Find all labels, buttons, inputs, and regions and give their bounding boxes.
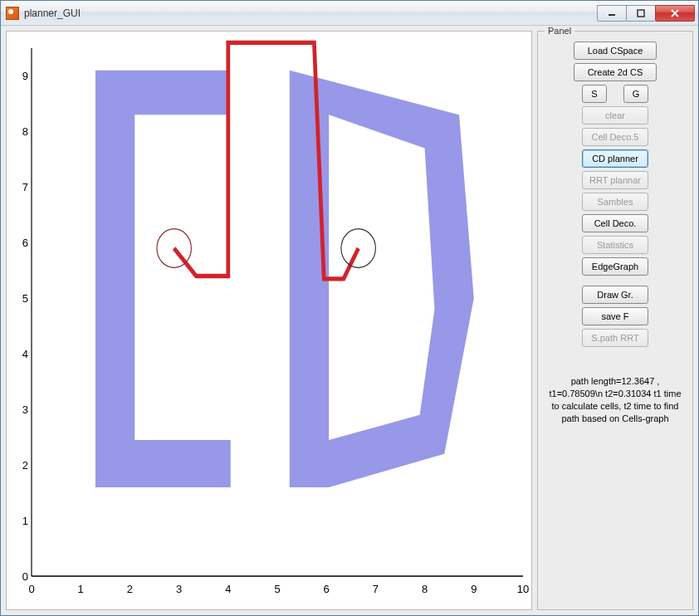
start-marker [157, 229, 191, 268]
y-tick-label: 5 [12, 292, 28, 305]
y-tick-label: 9 [12, 70, 28, 82]
goal-marker [341, 229, 375, 268]
x-tick-label: 10 [517, 583, 529, 595]
y-axis-ticks: 0123456789 [12, 48, 28, 576]
side-panel: Panel Load CSpace Create 2d CS S G clear… [537, 31, 693, 610]
x-tick-label: 5 [274, 583, 280, 595]
close-icon [671, 9, 679, 17]
y-tick-label: 8 [12, 125, 28, 138]
svg-rect-1 [638, 10, 644, 17]
panel-label: Panel [545, 26, 574, 36]
status-text: path length=12.3647 , t1=0.78509\n t2=0.… [545, 375, 686, 424]
maximize-button[interactable] [626, 5, 656, 22]
cell-deco5-button[interactable]: Cell Deco.5 [582, 128, 648, 146]
edgegraph-button[interactable]: EdgeGraph [582, 257, 648, 276]
y-tick-label: 0 [12, 570, 28, 583]
y-tick-label: 6 [12, 237, 28, 249]
obstacle-left [95, 71, 231, 487]
x-axis-ticks: 012345678910 [32, 583, 523, 599]
client-area: 0123456789 012345678910 Panel Load CSpac… [1, 26, 698, 615]
g-button[interactable]: G [623, 85, 648, 103]
s-button[interactable]: S [582, 85, 607, 103]
plot-area: 0123456789 012345678910 [6, 31, 532, 610]
window-title: planner_GUI [24, 7, 81, 19]
y-tick-label: 7 [12, 181, 28, 193]
x-tick-label: 7 [373, 583, 379, 595]
x-tick-label: 4 [225, 583, 231, 595]
plot-svg [32, 48, 523, 576]
cell-deco-button[interactable]: Cell Deco. [582, 214, 648, 232]
x-tick-label: 3 [176, 583, 182, 595]
minimize-icon [608, 9, 616, 17]
save-f-button[interactable]: save F [582, 307, 648, 325]
x-tick-label: 9 [471, 583, 477, 595]
y-tick-label: 4 [12, 348, 28, 360]
create-2d-cs-button[interactable]: Create 2d CS [574, 63, 657, 81]
sambles-button[interactable]: Sambles [582, 193, 648, 211]
x-tick-label: 0 [28, 583, 34, 595]
maximize-icon [637, 9, 645, 17]
x-tick-label: 6 [324, 583, 330, 595]
spath-rrt-button[interactable]: S.path RRT [582, 329, 648, 347]
y-tick-label: 2 [12, 459, 28, 472]
cd-planner-button[interactable]: CD planner [582, 149, 648, 168]
close-button[interactable] [655, 5, 695, 22]
x-tick-label: 8 [422, 583, 428, 595]
clear-button[interactable]: clear [582, 106, 648, 125]
sg-row: S G [545, 85, 686, 103]
rrt-plannar-button[interactable]: RRT plannar [582, 171, 648, 189]
window-buttons [598, 5, 695, 22]
app-window: planner_GUI [0, 0, 699, 616]
load-cspace-button[interactable]: Load CSpace [574, 42, 657, 60]
draw-gr-button[interactable]: Draw Gr. [582, 286, 648, 304]
y-tick-label: 3 [12, 403, 28, 416]
statistics-button[interactable]: Statistics [582, 236, 648, 254]
titlebar[interactable]: planner_GUI [1, 1, 698, 26]
x-tick-label: 2 [127, 583, 133, 595]
axes[interactable]: 0123456789 012345678910 [32, 48, 523, 576]
minimize-button[interactable] [597, 5, 627, 22]
app-icon [6, 7, 19, 20]
x-tick-label: 1 [78, 583, 84, 595]
y-tick-label: 1 [12, 515, 28, 527]
